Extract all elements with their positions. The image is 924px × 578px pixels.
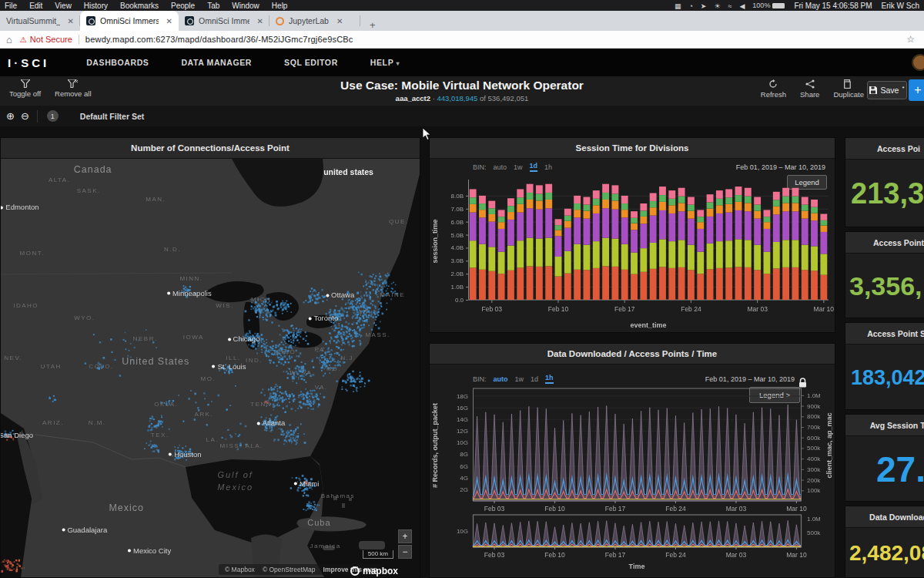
menu-bookmarks[interactable]: Bookmarks: [120, 2, 159, 10]
menu-window[interactable]: Window: [232, 2, 259, 10]
menu-file[interactable]: File: [5, 2, 17, 10]
browser-tab-strip: VirtualSummit_May2020 - Go ✕ OmniSci Imm…: [0, 11, 924, 31]
bin-1h[interactable]: 1h: [544, 163, 552, 171]
omnisci-favicon: [86, 16, 95, 25]
remove-filter-icon[interactable]: ⊖: [21, 110, 29, 122]
browser-toolbar: ⌂ ⚠ Not Secure bewdy.mapd.com:6273/mapd/…: [0, 31, 924, 49]
address-bar[interactable]: bewdy.mapd.com:6273/mapd/dashboard/36/-M…: [85, 35, 353, 44]
home-icon[interactable]: ⌂: [6, 34, 12, 45]
remove-all-filters-button[interactable]: Remove all: [55, 79, 92, 98]
nav-data-manager[interactable]: DATA MANAGER: [181, 58, 252, 67]
save-button[interactable]: Save*: [867, 81, 907, 99]
map-zoom-in-button[interactable]: +: [398, 529, 412, 543]
tab-omnisci-immerse-2[interactable]: OmniSci Immerse ✕: [179, 11, 270, 31]
rows-selected: 443,018,945: [437, 94, 478, 102]
map-chart-title[interactable]: Number of Connections/Access Point: [1, 138, 420, 159]
new-tab-button[interactable]: +: [360, 19, 385, 31]
close-icon[interactable]: ✕: [68, 17, 74, 25]
tab-jupyterlab[interactable]: JupyterLab ✕: [270, 11, 360, 31]
bar-chart-title[interactable]: Session Time for Divisions: [430, 138, 835, 159]
close-icon[interactable]: ✕: [257, 17, 263, 25]
battery-icon: [772, 3, 785, 8]
add-chart-button[interactable]: +: [909, 79, 924, 101]
mouse-cursor: [422, 127, 431, 141]
map-canvas[interactable]: CanadaEdmontonALTA.SASK.MAN.QUE.MONT.N.D…: [1, 159, 420, 577]
dashboard-title-block: Use Case: Mobile Virtual Network Operato…: [254, 79, 670, 102]
mapbox-attrib-link[interactable]: © Mapbox: [225, 566, 255, 573]
not-secure-label[interactable]: Not Secure: [30, 35, 72, 44]
funnel-x-icon: [68, 79, 79, 88]
bin-auto[interactable]: auto: [494, 163, 507, 171]
display-icon: ☀: [714, 2, 720, 10]
nav-sql-editor[interactable]: SQL EDITOR: [284, 58, 338, 67]
line-chart-title[interactable]: Data Downloaded / Access Points / Time: [430, 344, 835, 365]
toggle-filters-button[interactable]: Toggle off: [9, 79, 41, 98]
jupyter-favicon: [276, 17, 284, 25]
time-machine-icon: ◔: [688, 2, 692, 10]
omnisci-logo[interactable]: I·SCI: [8, 56, 49, 69]
bar-bin-selector: BIN: auto 1w 1d 1h: [473, 162, 552, 172]
bar-date-range[interactable]: Feb 01, 2019 – Mar 10, 2019: [736, 163, 825, 171]
bookmark-star-icon[interactable]: ☆: [906, 34, 915, 45]
menu-view[interactable]: View: [55, 2, 72, 10]
omnisci-nav: I·SCI DASHBOARDS DATA MANAGER SQL EDITOR…: [0, 49, 924, 76]
kpi-column: Access Poi213,3Access Point3,356,Access …: [845, 126, 924, 578]
nav-dashboards[interactable]: DASHBOARDS: [86, 58, 149, 67]
unsaved-badge: *: [902, 85, 904, 92]
rows-total: of 536,492,051: [480, 94, 528, 102]
tab-virtualsummit[interactable]: VirtualSummit_May2020 - Go ✕: [0, 11, 80, 31]
kpi-value: 183,042: [845, 344, 924, 411]
close-icon[interactable]: ✕: [336, 17, 343, 25]
filter-set-name[interactable]: Default Filter Set: [80, 112, 144, 121]
map-scale: 500 km: [363, 550, 393, 559]
refresh-button[interactable]: Refresh: [761, 79, 786, 99]
close-icon[interactable]: ✕: [166, 17, 172, 25]
bin-1d[interactable]: 1d: [530, 162, 538, 172]
kpi-value: 27.: [845, 436, 924, 502]
add-filter-icon[interactable]: ⊕: [6, 110, 15, 122]
menu-history[interactable]: History: [84, 2, 108, 10]
wifi-icon: ≈: [728, 2, 732, 10]
kpi-card[interactable]: Access Point Se183,042: [845, 322, 924, 410]
nav-help[interactable]: HELP ▾: [370, 58, 400, 67]
data-downloaded-chart-card: Data Downloaded / Access Points / Time B…: [429, 343, 835, 578]
bin-label: BIN:: [473, 163, 487, 171]
menu-help[interactable]: Help: [272, 2, 288, 10]
share-button[interactable]: Share: [800, 79, 819, 99]
kpi-title: Data Download: [845, 506, 924, 528]
map-zoom-out-button[interactable]: −: [398, 545, 412, 559]
macos-menubar: File Edit View History Bookmarks People …: [0, 0, 924, 11]
kpi-card[interactable]: Access Point3,356,: [845, 231, 924, 318]
tab-omnisci-immerse-active[interactable]: OmniSci Immerse ✕: [80, 11, 179, 31]
osm-attrib-link[interactable]: © OpenStreetMap: [263, 566, 316, 573]
share-icon: [805, 79, 815, 89]
map-points-layer: [1, 159, 420, 577]
kpi-value: 213,3: [845, 160, 924, 228]
location-icon: ➤: [701, 2, 707, 10]
map-chart-card: Number of Connections/Access Point: [0, 137, 420, 578]
source-table[interactable]: aaa_acct2: [396, 94, 430, 102]
line-chart-plot[interactable]: [430, 381, 836, 578]
bin-1w[interactable]: 1w: [514, 163, 523, 171]
kpi-title: Access Poi: [845, 138, 924, 160]
duplicate-button[interactable]: Duplicate: [833, 79, 864, 99]
menu-people[interactable]: People: [171, 2, 195, 10]
battery-percent: 100%: [752, 2, 770, 9]
menubar-clock[interactable]: Fri May 15 4:06:58 PM: [794, 2, 872, 10]
user-avatar[interactable]: [912, 54, 924, 71]
menu-tab[interactable]: Tab: [207, 2, 219, 10]
menubar-status-icons: ▦◔➤☀≈◀: [667, 2, 745, 10]
menu-edit[interactable]: Edit: [29, 2, 42, 10]
kpi-card[interactable]: Data Download2,482,08: [845, 506, 924, 578]
dashboard-subtitle: aaa_acct2 · 443,018,945 of 536,492,051: [254, 94, 670, 102]
kpi-card[interactable]: Avg Session Ti27.: [845, 414, 924, 502]
kpi-title: Access Point: [845, 232, 924, 254]
menubar-user[interactable]: Erik W Sch: [882, 2, 919, 10]
bar-chart-plot[interactable]: [430, 176, 836, 334]
stats-icon: ▦: [675, 2, 681, 10]
kpi-card[interactable]: Access Poi213,3: [845, 137, 924, 227]
filter-bar: ⊕ ⊖ 1 Default Filter Set: [0, 106, 924, 126]
chevron-down-icon: ▾: [397, 60, 400, 67]
dashboard-title[interactable]: Use Case: Mobile Virtual Network Operato…: [254, 79, 670, 92]
mapbox-logo[interactable]: mapbox: [350, 566, 398, 576]
